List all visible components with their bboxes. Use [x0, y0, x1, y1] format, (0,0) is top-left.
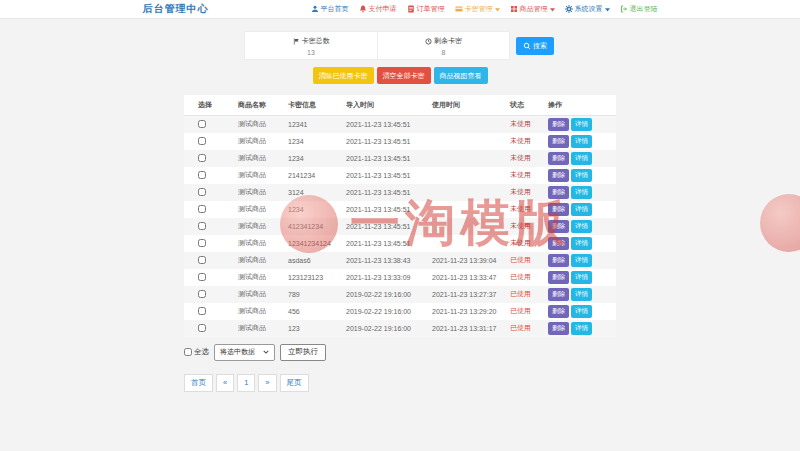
row-checkbox[interactable]	[198, 222, 206, 230]
page-1[interactable]: 1	[237, 374, 255, 392]
detail-button[interactable]: 详情	[571, 203, 592, 216]
column-header-1: 商品名称	[236, 95, 286, 116]
cell-card-code: 789	[286, 286, 344, 303]
detail-button[interactable]: 详情	[571, 118, 592, 131]
cell-card-code: 412341234	[286, 218, 344, 235]
stat-total: 卡密总数 13	[245, 32, 377, 59]
row-checkbox[interactable]	[198, 154, 206, 162]
gear-icon	[565, 5, 573, 13]
stats-row: 卡密总数 13 剩余卡密 8 搜索	[184, 31, 616, 60]
page-last[interactable]: 尾页	[280, 374, 309, 392]
row-checkbox[interactable]	[198, 324, 206, 332]
select-all-label: 全选	[194, 347, 209, 357]
table-row: 测试商品12342021-11-23 13:45:51未使用删除详情	[184, 133, 616, 150]
table-row: 测试商品1231231232021-11-23 13:33:092021-11-…	[184, 269, 616, 286]
nav-item-goods[interactable]: 商品管理	[510, 4, 555, 14]
goods-icon	[510, 5, 518, 13]
batch-action-select[interactable]: 将选中数据	[214, 344, 275, 361]
delete-button[interactable]: 删除	[548, 203, 569, 216]
cell-product-name: 测试商品	[236, 201, 286, 218]
search-button[interactable]: 搜索	[516, 37, 554, 55]
execute-button[interactable]: 立即执行	[280, 344, 326, 361]
detail-button[interactable]: 详情	[571, 135, 592, 148]
page-next[interactable]: »	[258, 374, 276, 392]
cell-card-code: 1234	[286, 133, 344, 150]
detail-button[interactable]: 详情	[571, 305, 592, 318]
delete-button[interactable]: 删除	[548, 152, 569, 165]
row-checkbox[interactable]	[198, 137, 206, 145]
cell-import-time: 2021-11-23 13:45:51	[344, 218, 430, 235]
delete-button[interactable]: 删除	[548, 271, 569, 284]
orders-icon	[407, 5, 415, 13]
delete-button[interactable]: 删除	[548, 288, 569, 301]
detail-button[interactable]: 详情	[571, 220, 592, 233]
detail-button[interactable]: 详情	[571, 237, 592, 250]
cell-product-name: 测试商品	[236, 303, 286, 320]
delete-button[interactable]: 删除	[548, 186, 569, 199]
row-checkbox[interactable]	[198, 307, 206, 315]
page-prev[interactable]: «	[216, 374, 234, 392]
nav-item-settings[interactable]: 系统设置	[565, 4, 610, 14]
nav-item-payment-request[interactable]: 支付申请	[359, 4, 397, 14]
delete-button[interactable]: 删除	[548, 135, 569, 148]
cell-product-name: 测试商品	[236, 116, 286, 133]
detail-button[interactable]: 详情	[571, 322, 592, 335]
delete-button[interactable]: 删除	[548, 169, 569, 182]
cell-use-time: 2021-11-23 13:29:20	[430, 303, 508, 320]
page-first[interactable]: 首页	[184, 374, 213, 392]
cell-card-code: asdas6	[286, 252, 344, 269]
nav-item-cards[interactable]: 卡密管理	[455, 4, 500, 14]
nav-item-label: 卡密管理	[465, 4, 493, 14]
column-header-0: 选择	[184, 95, 236, 116]
cell-card-code: 1234	[286, 150, 344, 167]
delete-button[interactable]: 删除	[548, 254, 569, 267]
row-checkbox[interactable]	[198, 205, 206, 213]
select-all[interactable]: 全选	[184, 347, 209, 357]
nav-item-orders[interactable]: 订单管理	[407, 4, 445, 14]
delete-button[interactable]: 删除	[548, 322, 569, 335]
status-text: 未使用	[510, 188, 531, 195]
cell-card-code: 456	[286, 303, 344, 320]
row-checkbox[interactable]	[198, 273, 206, 281]
cell-import-time: 2021-11-23 13:45:51	[344, 116, 430, 133]
row-checkbox[interactable]	[198, 188, 206, 196]
cell-card-code: 2141234	[286, 167, 344, 184]
search-button-label: 搜索	[533, 41, 547, 51]
watermark-fragment	[760, 194, 800, 252]
cell-card-code: 123123123	[286, 269, 344, 286]
status-text: 未使用	[510, 154, 531, 161]
status-text: 已使用	[510, 307, 531, 314]
batch-action-value: 将选中数据	[220, 347, 255, 357]
select-all-checkbox[interactable]	[184, 348, 192, 356]
row-checkbox[interactable]	[198, 290, 206, 298]
nav-item-label: 平台首页	[321, 4, 349, 14]
row-checkbox[interactable]	[198, 256, 206, 264]
cell-import-time: 2021-11-23 13:45:51	[344, 150, 430, 167]
delete-button[interactable]: 删除	[548, 237, 569, 250]
cell-use-time	[430, 201, 508, 218]
detail-button[interactable]: 详情	[571, 152, 592, 165]
detail-button[interactable]: 详情	[571, 254, 592, 267]
clear-used-button[interactable]: 清除已使用卡密	[313, 67, 374, 84]
clear-all-button[interactable]: 清空全部卡密	[377, 67, 431, 84]
cell-card-code: 3124	[286, 184, 344, 201]
cell-use-time: 2021-11-23 13:27:37	[430, 286, 508, 303]
table-row: 测试商品123412021-11-23 13:45:51未使用删除详情	[184, 116, 616, 133]
nav-item-label: 商品管理	[520, 4, 548, 14]
delete-button[interactable]: 删除	[548, 118, 569, 131]
row-checkbox[interactable]	[198, 239, 206, 247]
row-checkbox[interactable]	[198, 120, 206, 128]
detail-button[interactable]: 详情	[571, 271, 592, 284]
delete-button[interactable]: 删除	[548, 305, 569, 318]
nav-item-logout[interactable]: 退出登陆	[620, 4, 658, 14]
delete-button[interactable]: 删除	[548, 220, 569, 233]
clock-icon	[425, 38, 432, 45]
detail-button[interactable]: 详情	[571, 186, 592, 199]
nav-item-label: 退出登陆	[630, 4, 658, 14]
nav-item-home[interactable]: 平台首页	[311, 4, 349, 14]
caret-down-icon	[495, 7, 500, 12]
detail-button[interactable]: 详情	[571, 288, 592, 301]
product-view-button[interactable]: 商品视图查看	[434, 67, 488, 84]
row-checkbox[interactable]	[198, 171, 206, 179]
detail-button[interactable]: 详情	[571, 169, 592, 182]
